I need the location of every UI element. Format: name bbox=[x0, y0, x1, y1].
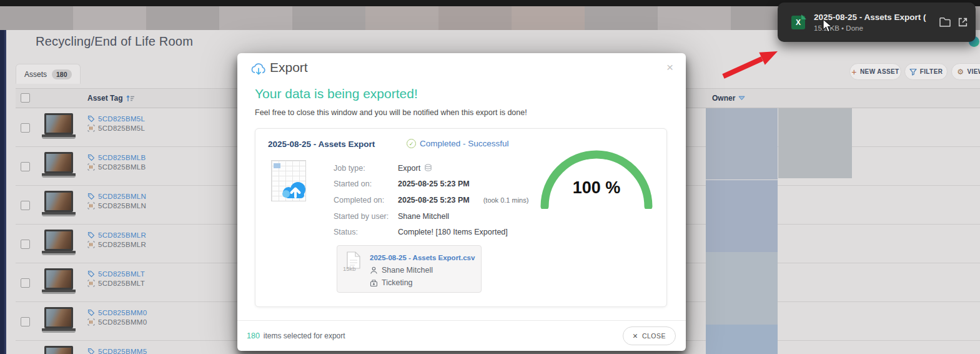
barcode-icon bbox=[87, 124, 95, 132]
person-icon bbox=[370, 266, 378, 275]
row-checkbox[interactable] bbox=[21, 162, 30, 171]
detail-label: Started on: bbox=[334, 180, 398, 188]
spreadsheet-icon bbox=[271, 160, 306, 201]
excel-file-icon: X bbox=[791, 16, 805, 29]
row-checkbox[interactable] bbox=[21, 240, 30, 249]
export-file-card[interactable]: 15kb 2025-08-25 - Assets Export.csv Shan… bbox=[337, 245, 482, 293]
asset-serial: 5CD825BMLB bbox=[98, 163, 146, 171]
progress-gauge: 100 % bbox=[537, 144, 656, 209]
asset-thumbnail[interactable] bbox=[42, 230, 76, 258]
asset-tag-cell: 5CD825BMM0 5CD825BMM0 bbox=[87, 308, 147, 326]
detail-value: 2025-08-25 5:23 PM bbox=[398, 180, 470, 188]
show-in-folder-icon[interactable] bbox=[939, 17, 951, 28]
file-name-link[interactable]: 2025-08-25 - Assets Export.csv bbox=[370, 254, 475, 261]
close-button[interactable]: ✕ CLOSE bbox=[623, 326, 676, 345]
job-status-badge: ✓ Completed - Successful bbox=[407, 139, 509, 148]
asset-thumbnail[interactable] bbox=[42, 191, 76, 220]
download-toast[interactable]: X 2025-08-25 - Assets Export ( 15.2 KB •… bbox=[778, 3, 976, 42]
tag-icon bbox=[87, 154, 95, 161]
filter-label: FILTER bbox=[920, 68, 943, 75]
owner-skeleton-block bbox=[778, 108, 852, 178]
selected-count-label: items selected for export bbox=[264, 331, 345, 340]
toolbar-segment bbox=[365, 6, 438, 30]
select-all-checkbox[interactable] bbox=[21, 93, 30, 103]
file-app: Ticketing bbox=[370, 278, 413, 287]
asset-tag-link[interactable]: 5CD825BMLR bbox=[98, 231, 146, 239]
check-circle-icon: ✓ bbox=[407, 139, 416, 148]
toolbar-segment bbox=[73, 6, 146, 30]
asset-thumbnail[interactable] bbox=[42, 152, 76, 181]
asset-serial: 5CD825BM5L bbox=[98, 124, 145, 132]
sidebar-edge[interactable] bbox=[0, 30, 6, 354]
asset-thumbnail[interactable] bbox=[42, 268, 76, 297]
asset-thumbnail[interactable] bbox=[42, 346, 76, 354]
asset-tag-cell: 5CD825BM5L 5CD825BM5L bbox=[87, 114, 145, 133]
export-heading: Your data is being exported! bbox=[255, 86, 418, 101]
view-button[interactable]: ⚙ VIEW bbox=[951, 63, 980, 80]
column-header-asset-tag[interactable]: Asset Tag bbox=[87, 94, 135, 103]
column-header-owner[interactable]: Owner bbox=[712, 94, 745, 103]
sort-icon[interactable] bbox=[126, 94, 135, 103]
new-asset-label: NEW ASSET bbox=[860, 68, 899, 75]
funnel-icon bbox=[909, 68, 917, 76]
selected-count: 180 bbox=[247, 331, 260, 340]
close-icon[interactable]: × bbox=[666, 61, 673, 74]
new-asset-button[interactable]: + NEW ASSET bbox=[849, 63, 901, 80]
filter-button[interactable]: FILTER bbox=[904, 63, 948, 80]
toolbar-segment bbox=[146, 6, 219, 30]
row-checkbox[interactable] bbox=[21, 278, 30, 288]
asset-tag-link[interactable]: 5CD825BMLB bbox=[98, 154, 146, 161]
modal-footer: 180 items selected for export ✕ CLOSE bbox=[237, 320, 686, 351]
owner-skeleton-block bbox=[706, 180, 778, 252]
export-modal: Export × Your data is being exported! Fe… bbox=[237, 53, 686, 351]
asset-thumbnail[interactable] bbox=[42, 307, 76, 336]
row-checkbox[interactable] bbox=[21, 317, 30, 326]
owner-skeleton-block bbox=[706, 325, 778, 354]
toolbar-segment bbox=[292, 6, 365, 30]
owner-skeleton-block bbox=[706, 252, 778, 325]
tab-assets[interactable]: Assets 180 bbox=[16, 64, 81, 84]
asset-tag-link[interactable]: 5CD825BMM5 bbox=[98, 348, 147, 354]
detail-row: Started by user: Shane Mitchell bbox=[334, 208, 528, 225]
plus-icon: + bbox=[851, 67, 857, 77]
detail-value: Shane Mitchell bbox=[398, 212, 449, 221]
job-status-label: Completed - Successful bbox=[420, 139, 509, 148]
asset-tag-cell: 5CD825BMLB 5CD825BMLB bbox=[87, 153, 146, 171]
barcode-icon bbox=[87, 318, 95, 326]
spreadsheet-cell-highlight bbox=[274, 163, 280, 168]
detail-value: Complete! [180 Items Exported] bbox=[398, 228, 508, 236]
tag-icon bbox=[87, 193, 95, 200]
open-in-new-icon[interactable] bbox=[958, 17, 968, 28]
chevron-down-icon bbox=[738, 96, 745, 101]
cloud-download-icon bbox=[250, 61, 267, 77]
asset-tag-cell: 5CD825BMM5 5CD825BMM5 bbox=[87, 346, 147, 354]
toolbar-segment bbox=[585, 6, 658, 30]
detail-row: Status: Complete! [180 Items Exported] bbox=[334, 224, 528, 240]
file-app-label: Ticketing bbox=[382, 278, 413, 287]
asset-tag-link[interactable]: 5CD825BMM0 bbox=[98, 309, 147, 316]
detail-row: Completed on: 2025-08-25 5:23 PM (took 0… bbox=[334, 192, 528, 208]
asset-tag-cell: 5CD825BMLR 5CD825BMLR bbox=[87, 230, 146, 249]
detail-label: Job type: bbox=[334, 164, 398, 173]
tag-icon bbox=[87, 115, 95, 123]
row-checkbox[interactable] bbox=[21, 201, 30, 210]
row-checkbox[interactable] bbox=[21, 123, 30, 133]
close-button-label: CLOSE bbox=[642, 332, 666, 340]
annotation-arrow bbox=[718, 49, 781, 80]
detail-row: Started on: 2025-08-25 5:23 PM bbox=[334, 176, 528, 193]
asset-tag-link[interactable]: 5CD825BM5L bbox=[98, 115, 145, 123]
file-user-label: Shane Mitchell bbox=[382, 266, 433, 275]
asset-tag-link[interactable]: 5CD825BMLT bbox=[98, 270, 145, 278]
asset-serial: 5CD825BMM0 bbox=[98, 318, 147, 326]
tab-assets-count-badge: 180 bbox=[52, 69, 72, 79]
job-details: Job type: Export Started on: 2025-08-25 … bbox=[334, 160, 528, 240]
toolbar-segment bbox=[658, 6, 731, 30]
asset-tag-link[interactable]: 5CD825BMLN bbox=[98, 193, 146, 200]
asset-tag-cell: 5CD825BMLT 5CD825BMLT bbox=[87, 269, 145, 288]
tab-assets-label: Assets bbox=[24, 70, 47, 79]
asset-serial: 5CD825BMLT bbox=[98, 280, 145, 287]
toolbar-segment bbox=[219, 6, 292, 30]
asset-thumbnail[interactable] bbox=[42, 113, 76, 142]
toolbar-segment bbox=[438, 6, 512, 30]
export-job-card: 2025-08-25 - Assets Export ✓ Completed -… bbox=[255, 128, 667, 307]
